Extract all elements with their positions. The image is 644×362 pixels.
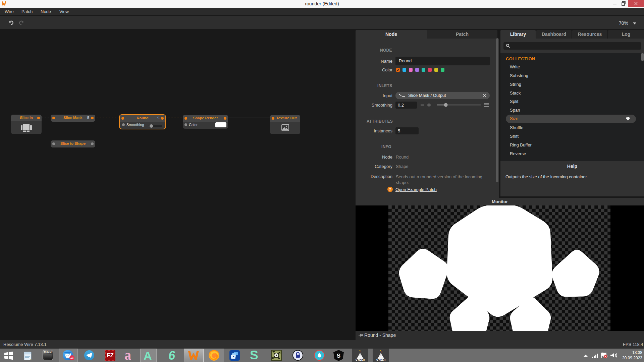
svg-text:S: S <box>337 353 340 359</box>
svg-text:C·NDER: C·NDER <box>376 359 385 361</box>
svg-text:C·NDER: C·NDER <box>356 359 365 361</box>
